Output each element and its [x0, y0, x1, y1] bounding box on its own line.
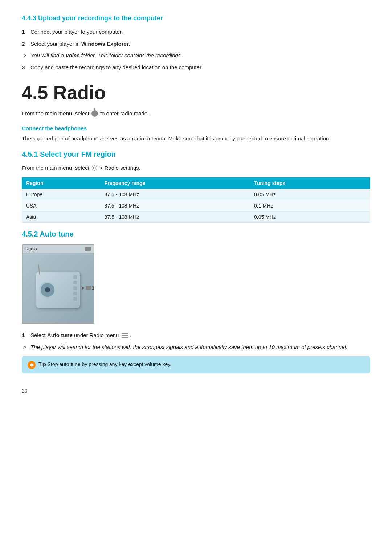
arrow-item-452: > The player will search for the station…	[22, 343, 370, 352]
radio-right-buttons	[73, 275, 77, 301]
step-number: 1	[22, 28, 30, 36]
arrow-symbol: >	[23, 343, 30, 352]
radio-screenshot: Radio	[22, 244, 94, 324]
step-number: 2	[22, 40, 30, 48]
radio-device-container: 1	[36, 264, 80, 312]
step-text: Connect your player to your computer.	[30, 28, 123, 36]
step-number: 3	[22, 63, 30, 72]
autotune-steps: 1 Select Auto tune under Radio menu .	[22, 331, 370, 340]
section-443-steps: 1 Connect your player to your computer. …	[22, 28, 370, 48]
radio-speaker-inner	[45, 287, 50, 292]
section-451-title: 4.5.1 Select your FM region	[22, 150, 370, 159]
radio-body: 1	[23, 253, 94, 323]
intro-arrow: >	[99, 164, 103, 172]
tip-text: Tip Stop auto tune by pressing any key e…	[38, 361, 171, 368]
radio-button	[73, 292, 77, 295]
table-cell-frequency: 87.5 - 108 MHz	[100, 200, 250, 212]
play-triangle	[82, 286, 85, 290]
radio-button	[73, 281, 77, 284]
svg-rect-2	[122, 335, 128, 336]
fm-region-table: Region Frequency range Tuning steps Euro…	[22, 177, 370, 223]
table-row: Europe 87.5 - 108 MHz 0.05 MHz	[22, 189, 370, 200]
table-header-tuning: Tuning steps	[250, 177, 370, 189]
arrow-text: The player will search for the stations …	[30, 343, 347, 352]
table-cell-frequency: 87.5 - 108 MHz	[100, 189, 250, 200]
table-row: USA 87.5 - 108 MHz 0.1 MHz	[22, 200, 370, 212]
step-number: 1	[22, 331, 30, 340]
table-header-region: Region	[22, 177, 100, 189]
section-452-title: 4.5.2 Auto tune	[22, 230, 370, 238]
svg-rect-1	[122, 333, 128, 334]
step-text: Select Auto tune under Radio menu .	[30, 331, 131, 340]
table-row: Asia 87.5 - 108 MHz 0.05 MHz	[22, 212, 370, 223]
svg-rect-3	[122, 337, 128, 338]
play-label: 1	[92, 286, 94, 291]
section-45-intro: From the main menu, select to enter radi…	[22, 109, 370, 118]
screenshot-header: Radio	[23, 245, 94, 253]
radio-mode-icon	[91, 110, 98, 117]
svg-point-0	[93, 167, 95, 169]
table-cell-tuning: 0.1 MHz	[250, 200, 370, 212]
table-cell-region: USA	[22, 200, 100, 212]
radio-button	[73, 286, 77, 290]
tip-icon: ✱	[28, 361, 36, 369]
arrow-item-443: > You will find a Voice folder. This fol…	[22, 52, 370, 60]
step-452-1: 1 Select Auto tune under Radio menu .	[22, 331, 370, 340]
table-header-row: Region Frequency range Tuning steps	[22, 177, 370, 189]
table-cell-tuning: 0.05 MHz	[250, 189, 370, 200]
table-cell-frequency: 87.5 - 108 MHz	[100, 212, 250, 223]
arrow-text: You will find a Voice folder. This folde…	[30, 52, 182, 60]
section-443-title: 4.4.3 Upload your recordings to the comp…	[22, 15, 370, 22]
arrow-symbol: >	[23, 52, 30, 60]
step-443-2: 2 Select your player in Windows Explorer…	[22, 40, 370, 48]
section-45-title: 4.5 Radio	[22, 82, 370, 103]
menu-icon	[122, 333, 128, 338]
step-text: Select your player in Windows Explorer.	[30, 40, 130, 48]
connect-headphones-heading: Connect the headphones	[22, 125, 370, 131]
step-text: Copy and paste the recordings to any des…	[30, 63, 203, 72]
radio-speaker	[39, 282, 56, 298]
section-451-intro: From the main menu, select > Radio setti…	[22, 164, 370, 172]
radio-body-shape	[36, 272, 80, 308]
radio-button	[73, 297, 77, 301]
screenshot-label: Radio	[25, 246, 37, 251]
step-period: .	[130, 332, 131, 338]
table-cell-region: Europe	[22, 189, 100, 200]
table-header-frequency: Frequency range	[100, 177, 250, 189]
screenshot-header-icon	[85, 247, 91, 251]
connect-headphones-body: The supplied pair of headphones serves a…	[22, 134, 370, 143]
play-indicator: 1	[82, 286, 94, 291]
play-icon	[86, 286, 91, 290]
section-443-steps-cont: 3 Copy and paste the recordings to any d…	[22, 63, 370, 72]
table-cell-tuning: 0.05 MHz	[250, 212, 370, 223]
tip-box: ✱ Tip Stop auto tune by pressing any key…	[22, 356, 370, 373]
radio-button	[73, 275, 77, 279]
table-cell-region: Asia	[22, 212, 100, 223]
page-number: 20	[22, 388, 370, 394]
settings-icon	[91, 165, 98, 171]
step-443-1: 1 Connect your player to your computer.	[22, 28, 370, 36]
step-443-3: 3 Copy and paste the recordings to any d…	[22, 63, 370, 72]
